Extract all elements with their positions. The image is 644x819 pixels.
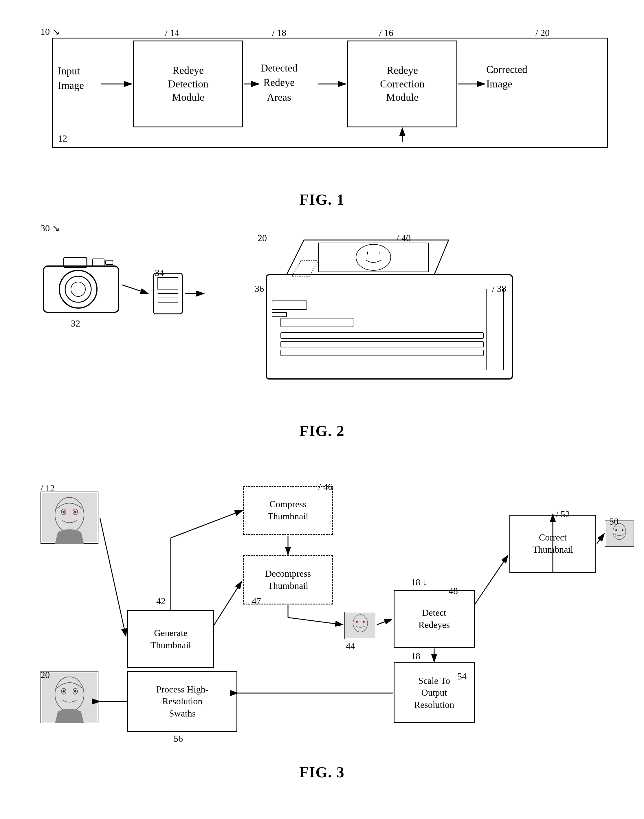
ref-20-fig3: 20 [40, 670, 50, 680]
svg-point-49 [63, 690, 65, 692]
ref-56: 56 [174, 733, 183, 744]
svg-point-9 [71, 282, 85, 296]
ref-34: 34 [155, 267, 164, 278]
input-image-label: InputImage [58, 64, 84, 93]
compress-thumbnail-box: CompressThumbnail [243, 486, 333, 535]
svg-point-60 [622, 529, 623, 531]
svg-line-65 [171, 511, 242, 538]
ref-16: / 16 [379, 28, 393, 38]
ref-20-fig2: 20 [258, 233, 267, 244]
ref-40: / 40 [397, 233, 411, 244]
svg-rect-25 [281, 333, 483, 339]
ref-54: 54 [457, 671, 466, 682]
ref-32: 32 [71, 318, 80, 329]
correct-thumbnail-box: CorrectThumbnail [509, 515, 596, 573]
fig1-container: 10 ↘ InputImage 12 Redeye Detection Modu… [23, 17, 621, 185]
svg-line-75 [597, 534, 604, 544]
fig3-container: / 12 20 GenerateThumbnail 42 CompressThu… [23, 451, 621, 758]
ref-20-fig1: / 20 [535, 28, 550, 38]
svg-line-63 [100, 518, 126, 636]
ref-38: / 38 [492, 284, 506, 294]
ref-18-detect: 18 ↓ [411, 577, 427, 588]
detect-redeyes-box: DetectRedeyes [394, 590, 475, 648]
ref-10: 10 ↘ [40, 26, 60, 37]
ref-46: / 46 [318, 482, 333, 492]
input-photo-top [40, 492, 98, 544]
ref-18-fig1: / 18 [272, 28, 286, 38]
svg-point-50 [74, 690, 77, 692]
camera-icon [40, 252, 121, 315]
process-swaths-box: Process High-ResolutionSwaths [127, 671, 237, 732]
svg-point-55 [363, 621, 365, 623]
ref-42: 42 [156, 596, 166, 606]
ref-30: 30 ↘ [40, 222, 60, 234]
svg-marker-33 [292, 260, 318, 276]
detected-areas-label: DetectedRedeyeAreas [261, 61, 297, 104]
svg-line-71 [475, 555, 508, 604]
svg-rect-24 [281, 318, 353, 327]
fig2-container: 30 ↘ 32 34 [23, 220, 621, 417]
svg-rect-12 [106, 260, 113, 265]
corrected-image-label: CorrectedImage [486, 62, 527, 92]
svg-rect-31 [272, 301, 307, 310]
svg-rect-52 [345, 613, 376, 638]
fig1-caption: FIG. 1 [23, 191, 621, 208]
svg-rect-20 [318, 243, 428, 272]
ref-50: 50 [609, 516, 618, 527]
redeye-detection-box: Redeye Detection Module [133, 40, 243, 127]
svg-point-8 [65, 276, 91, 302]
svg-rect-14 [158, 278, 178, 289]
thumbnail-small [344, 612, 376, 639]
svg-rect-26 [281, 341, 483, 347]
ref-36: 36 [255, 284, 264, 294]
ref-12-fig3: / 12 [40, 483, 55, 494]
svg-point-54 [356, 621, 358, 623]
generate-thumbnail-box: GenerateThumbnail [127, 610, 214, 668]
svg-point-43 [74, 511, 77, 513]
ref-14: / 14 [165, 28, 179, 38]
ref-47: 47 [252, 596, 261, 606]
svg-rect-32 [272, 312, 287, 317]
redeye-correction-box: Redeye Correction Module [347, 40, 457, 127]
svg-point-21 [356, 244, 391, 270]
svg-rect-6 [43, 266, 119, 312]
svg-point-42 [63, 511, 65, 513]
svg-line-35 [122, 285, 148, 294]
fig2-caption: FIG. 2 [23, 422, 621, 439]
ref-18-scale: 18 [411, 651, 420, 661]
ref-52: / 52 [556, 509, 570, 520]
page: 10 ↘ InputImage 12 Redeye Detection Modu… [0, 0, 644, 819]
ref-44: 44 [346, 641, 355, 651]
svg-line-69 [288, 618, 343, 625]
fig3-caption: FIG. 3 [23, 764, 621, 781]
svg-rect-27 [281, 350, 483, 356]
ref-12: 12 [58, 133, 67, 144]
ref-48: 48 [449, 586, 458, 597]
svg-line-66 [214, 581, 242, 625]
printer-icon [202, 231, 521, 388]
svg-rect-11 [93, 259, 104, 266]
svg-line-70 [377, 619, 392, 625]
svg-point-59 [615, 529, 617, 531]
